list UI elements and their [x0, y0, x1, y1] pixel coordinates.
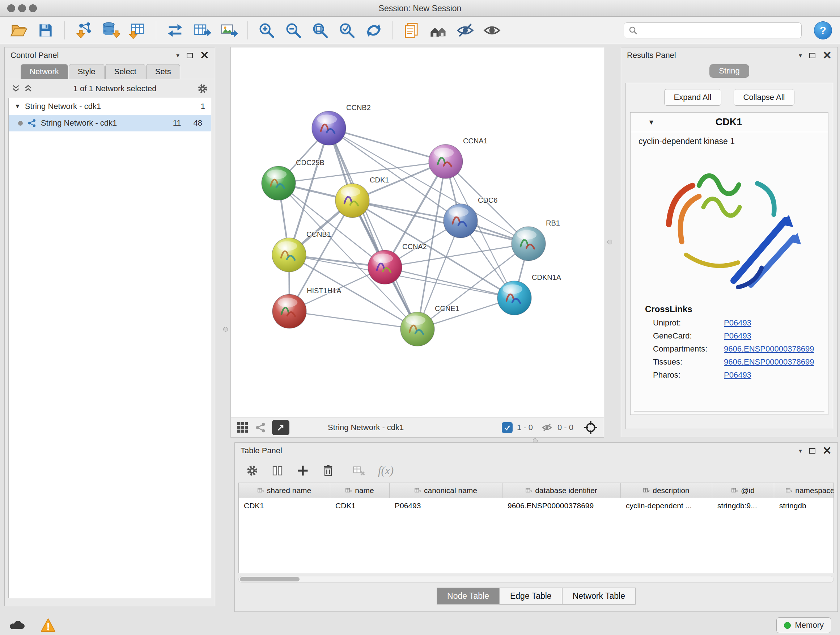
table-cell[interactable]: CDK1: [239, 498, 330, 513]
tree-expand-icon[interactable]: ▼: [14, 103, 21, 110]
hide-structure-images-button[interactable]: [454, 19, 476, 41]
scrollbar-thumb[interactable]: [240, 577, 300, 581]
tab-node-table[interactable]: Node Table: [437, 587, 500, 605]
network-collection-row[interactable]: ▼ String Network - cdk1 1: [9, 98, 211, 115]
search-input[interactable]: [641, 26, 797, 35]
crosslink-link[interactable]: P06493: [724, 318, 752, 328]
panel-menu-icon[interactable]: ▾: [799, 447, 802, 455]
zoom-in-button[interactable]: [256, 19, 278, 41]
tab-select[interactable]: Select: [105, 64, 145, 79]
detach-view-button[interactable]: [272, 420, 289, 435]
close-panel-icon[interactable]: ✕: [823, 447, 832, 454]
delete-column-icon[interactable]: [322, 464, 335, 477]
column-header-description[interactable]: description: [621, 483, 712, 498]
edge-HIST1H1A-CCNE1[interactable]: [289, 311, 417, 329]
float-panel-icon[interactable]: [809, 53, 815, 58]
zoom-selected-button[interactable]: [336, 19, 358, 41]
node-CCNA1[interactable]: CCNA1: [429, 137, 488, 179]
node-label-CDC25B: CDC25B: [296, 158, 325, 166]
warning-icon[interactable]: [40, 618, 57, 633]
table-cell[interactable]: stringdb:9...: [712, 498, 774, 513]
add-column-icon[interactable]: [296, 464, 309, 477]
delete-table-icon-disabled: [352, 464, 366, 477]
show-columns-icon[interactable]: [271, 464, 284, 477]
collapse-all-icon[interactable]: [11, 84, 21, 93]
tab-network-table[interactable]: Network Table: [562, 587, 636, 605]
node-CCNB2[interactable]: CCNB2: [312, 103, 371, 145]
save-session-button[interactable]: [35, 19, 57, 41]
table-cell[interactable]: CDK1: [330, 498, 390, 513]
crosslink-link[interactable]: 9606.ENSP00000378699: [724, 357, 814, 367]
string-home-button[interactable]: [428, 19, 449, 41]
expand-all-button[interactable]: Expand All: [664, 89, 722, 106]
table-cell[interactable]: stringdb: [774, 498, 834, 513]
float-panel-icon[interactable]: [809, 448, 815, 454]
collapse-gene-icon[interactable]: ▼: [648, 119, 655, 126]
table-cell[interactable]: cyclin-dependent ...: [621, 498, 712, 513]
share-view-icon[interactable]: [255, 422, 266, 433]
crosslink-link[interactable]: 9606.ENSP00000378699: [724, 344, 814, 354]
crosslink-link[interactable]: P06493: [724, 371, 752, 380]
import-network-from-file-button[interactable]: [73, 19, 95, 41]
network-row-selected[interactable]: String Network - cdk1 11 48: [9, 115, 211, 131]
expand-all-icon[interactable]: [24, 84, 33, 93]
node-HIST1H1A[interactable]: HIST1H1A: [272, 287, 341, 328]
apply-layout-button[interactable]: [363, 19, 385, 41]
network-canvas[interactable]: CCNB2CCNA1CDC25BCDK1CDC6RB1CCNB1CCNA2CDK…: [231, 47, 604, 417]
grid-view-icon[interactable]: [237, 421, 249, 434]
zoom-out-button[interactable]: [283, 19, 304, 41]
node-CDKN1A[interactable]: CDKN1A: [497, 273, 561, 315]
import-network-from-database-button[interactable]: [99, 19, 121, 41]
export-network-button[interactable]: [164, 19, 186, 41]
edge-CCNB2-CCNA1[interactable]: [329, 128, 446, 162]
table-cell[interactable]: 9606.ENSP00000378699: [502, 498, 621, 513]
export-image-button[interactable]: [218, 19, 240, 41]
table-horizontal-scrollbar[interactable]: [238, 576, 834, 583]
node-RB1[interactable]: RB1: [512, 219, 560, 261]
crosshair-icon[interactable]: [584, 420, 598, 435]
splitter-handle[interactable]: [223, 327, 228, 332]
close-panel-icon[interactable]: ✕: [200, 52, 209, 59]
memory-button[interactable]: Memory: [776, 617, 831, 633]
open-session-button[interactable]: [8, 19, 30, 41]
column-header-@id[interactable]: @id: [712, 483, 774, 498]
tab-edge-table[interactable]: Edge Table: [500, 587, 562, 605]
tab-style[interactable]: Style: [69, 64, 104, 79]
network-share-icon: [27, 119, 36, 128]
table-row[interactable]: CDK1CDK1P064939606.ENSP00000378699cyclin…: [239, 498, 834, 513]
node-CDK1[interactable]: CDK1: [335, 176, 389, 218]
results-scrollbar[interactable]: [634, 411, 824, 412]
edge-CCNB2-CCNE1[interactable]: [329, 128, 417, 329]
tab-string[interactable]: String: [709, 64, 749, 78]
panel-menu-icon[interactable]: ▾: [799, 52, 802, 59]
close-panel-icon[interactable]: ✕: [823, 52, 832, 59]
table-cell[interactable]: P06493: [390, 498, 502, 513]
column-header-name[interactable]: name: [330, 483, 390, 498]
panel-menu-icon[interactable]: ▾: [176, 52, 180, 59]
tab-sets[interactable]: Sets: [146, 64, 180, 79]
splitter-handle[interactable]: [607, 240, 612, 244]
column-header-namespace[interactable]: namespace: [774, 483, 834, 498]
fit-content-button[interactable]: [309, 19, 331, 41]
crosslink-link[interactable]: P06493: [724, 331, 752, 340]
collapse-all-button[interactable]: Collapse All: [734, 89, 795, 106]
gene-card-header[interactable]: ▼ CDK1: [630, 112, 828, 132]
node-CCNB1[interactable]: CCNB1: [272, 230, 331, 272]
export-table-button[interactable]: [191, 19, 213, 41]
column-header-database-identifier[interactable]: database identifier: [502, 483, 621, 498]
selected-checkbox-icon[interactable]: [502, 422, 513, 433]
gear-icon[interactable]: [197, 83, 208, 95]
gear-icon[interactable]: [246, 464, 259, 477]
document-copy-button[interactable]: [401, 19, 423, 41]
edge-CCNA2-CDKN1A[interactable]: [385, 267, 515, 298]
tab-network[interactable]: Network: [21, 64, 68, 79]
column-header-shared-name[interactable]: shared name: [239, 483, 330, 498]
help-button[interactable]: ?: [814, 21, 832, 40]
show-structure-images-button[interactable]: [481, 19, 503, 41]
network-graph[interactable]: CCNB2CCNA1CDC25BCDK1CDC6RB1CCNB1CCNA2CDK…: [231, 48, 604, 417]
import-table-button[interactable]: [126, 19, 148, 41]
cloud-icon[interactable]: [9, 618, 26, 632]
column-header-canonical-name[interactable]: canonical name: [390, 483, 502, 498]
node-CDC6[interactable]: CDC6: [444, 196, 497, 238]
float-panel-icon[interactable]: [187, 53, 193, 58]
